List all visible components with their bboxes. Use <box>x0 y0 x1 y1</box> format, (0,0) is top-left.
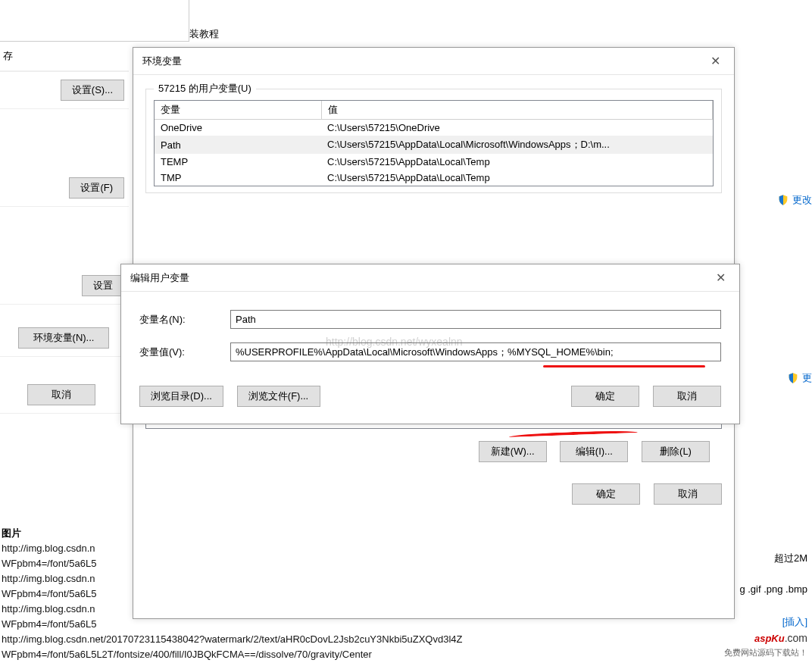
annotation-underline <box>543 365 705 367</box>
url-line: WFpbm4=/font/5a6L5 <box>2 556 810 571</box>
edit-variable-dialog: 编辑用户变量 ✕ 变量名(N): 变量值(V): 浏览目录(D)... 浏览文件… <box>120 264 740 424</box>
env-cancel-button[interactable]: 取消 <box>654 483 722 505</box>
dialog-title: 编辑用户变量 <box>130 271 189 285</box>
bottom-text-block: 图片 http://img.blog.csdn.nWFpbm4=/font/5a… <box>0 523 812 663</box>
browse-dir-button[interactable]: 浏览目录(D)... <box>139 386 223 407</box>
url-line: WFpbm4=/font/5a6L5 <box>2 586 810 602</box>
bg-panel <box>0 0 189 42</box>
close-icon[interactable]: ✕ <box>706 54 725 68</box>
change-link-label: 更改 <box>792 193 812 207</box>
user-group-title: 57215 的用户变量(U) <box>154 82 256 95</box>
var-value-label: 变量值(V): <box>139 346 230 359</box>
change-link-label: 更 <box>802 371 812 385</box>
size-hint: 超过2M <box>774 552 807 565</box>
url-line: WFpbm4=/font/5a6L5 <box>2 617 810 632</box>
table-row[interactable]: PathC:\Users\57215\AppData\Local\Microso… <box>155 136 713 154</box>
browse-file-button[interactable]: 浏览文件(F)... <box>237 386 320 407</box>
url-line: http://img.blog.csdn.n <box>2 602 810 617</box>
delete-button[interactable]: 删除(L) <box>642 441 710 462</box>
table-row[interactable]: TEMPC:\Users\57215\AppData\Local\Temp <box>155 154 713 170</box>
settings-button[interactable]: 设置 <box>82 275 124 296</box>
settings-f-button[interactable]: 设置(F) <box>69 177 124 199</box>
url-line: http://img.blog.csdn.net/201707231154380… <box>2 632 810 647</box>
save-label: 存 <box>0 42 129 71</box>
env-variables-button[interactable]: 环境变量(N)... <box>18 327 109 349</box>
url-line: http://img.blog.csdn.n <box>2 541 810 556</box>
col-val[interactable]: 值 <box>321 101 713 120</box>
brand-logo: aspKu.com 免费网站源码下载站！ <box>724 623 807 658</box>
col-var[interactable]: 变量 <box>155 101 321 120</box>
shield-icon <box>777 194 789 206</box>
edit-ok-button[interactable]: 确定 <box>571 386 639 407</box>
cancel-bg-button[interactable]: 取消 <box>27 384 95 405</box>
var-name-input[interactable] <box>230 310 721 329</box>
url-line: http://img.blog.csdn.n <box>2 571 810 586</box>
edit-button[interactable]: 编辑(I)... <box>560 441 628 462</box>
shield-icon <box>787 372 799 384</box>
close-icon[interactable]: ✕ <box>711 271 730 285</box>
user-vars-group: 57215 的用户变量(U) 变量 值 OneDriveC:\Users\572… <box>145 89 722 193</box>
dialog-title: 环境变量 <box>142 55 182 68</box>
var-name-label: 变量名(N): <box>139 313 230 327</box>
change-link-2[interactable]: 更 <box>787 371 812 385</box>
var-value-input[interactable] <box>230 342 721 361</box>
change-link-1[interactable]: 更改 <box>777 193 812 207</box>
new-button[interactable]: 新建(W)... <box>479 441 547 462</box>
pic-label: 图片 <box>2 526 810 541</box>
env-ok-button[interactable]: 确定 <box>572 483 640 505</box>
bg-title-fragment: 装教程 <box>189 27 219 41</box>
table-row[interactable]: TMPC:\Users\57215\AppData\Local\Temp <box>155 170 713 186</box>
edit-cancel-button[interactable]: 取消 <box>653 386 721 407</box>
url-line: WFpbm4=/font/5a6L5L2T/fontsize/400/fill/… <box>2 647 810 662</box>
table-row[interactable]: OneDriveC:\Users\57215\OneDrive <box>155 120 713 136</box>
ext-hint: g .gif .png .bmp <box>739 583 807 595</box>
settings-s-button[interactable]: 设置(S)... <box>61 80 124 101</box>
left-column: 存 设置(S)... 设置(F) 设置 环境变量(N)... 取消 <box>0 42 129 414</box>
user-vars-table[interactable]: 变量 值 OneDriveC:\Users\57215\OneDrivePath… <box>155 101 713 186</box>
